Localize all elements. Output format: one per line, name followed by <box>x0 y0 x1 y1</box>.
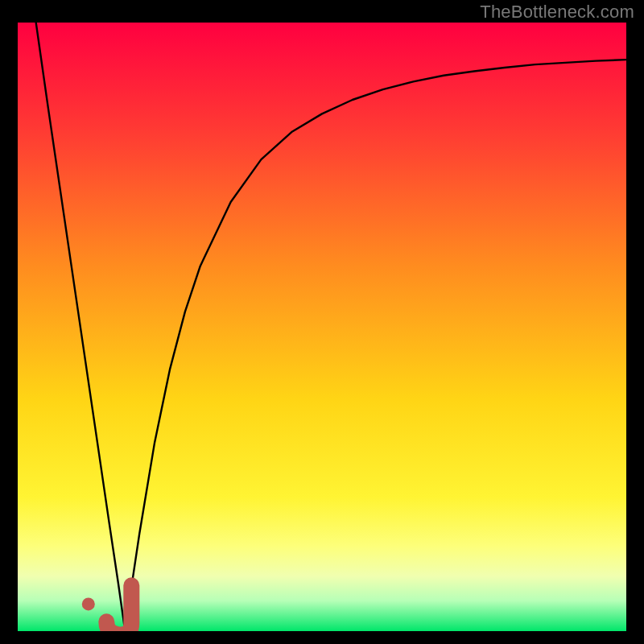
chart-container: TheBottleneck.com <box>0 0 644 644</box>
plot-area <box>18 23 626 631</box>
marker-dot <box>82 597 95 610</box>
watermark-text: TheBottleneck.com <box>480 2 634 23</box>
